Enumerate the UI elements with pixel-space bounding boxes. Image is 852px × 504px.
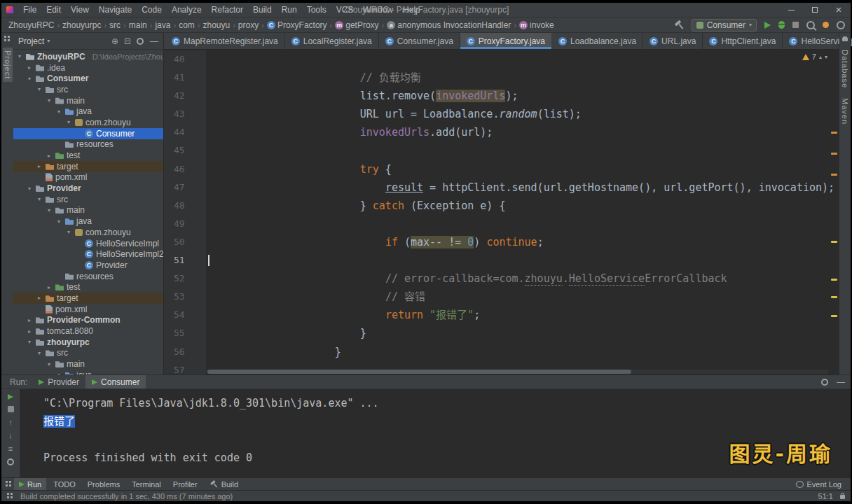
tree-toggle[interactable]: ▾	[46, 361, 53, 368]
breadcrumb-item[interactable]: anonymous InvocationHandler	[385, 20, 512, 30]
tree-item[interactable]: ▾com.zhouyu	[13, 227, 163, 238]
code-line[interactable]: 50 if (max-- != 0) continue;	[164, 233, 839, 251]
tree-item[interactable]: ▾java	[13, 216, 163, 227]
tree-item[interactable]: ▸.idea	[13, 62, 163, 74]
breadcrumb-item[interactable]: java	[153, 20, 172, 30]
menu-code[interactable]: Code	[137, 5, 167, 15]
tree-toggle[interactable]: ▾	[55, 218, 62, 225]
stop-process-button[interactable]	[8, 406, 14, 412]
editor-tab[interactable]: Loadbalance.java	[552, 33, 643, 49]
tree-toggle[interactable]: ▾	[16, 53, 23, 59]
prev-warning-icon[interactable]: ▴	[819, 54, 822, 60]
menu-tools[interactable]: Tools	[302, 5, 331, 15]
tree-toggle[interactable]: ▸	[46, 284, 53, 290]
breadcrumb-item[interactable]: getProxy	[334, 20, 380, 30]
code-line[interactable]: 52 // error-callback=com.zhouyu.HelloSer…	[164, 270, 839, 288]
console-settings-icon[interactable]	[7, 458, 14, 465]
tree-item[interactable]: ▸test	[13, 150, 163, 161]
tool-switcher-icon[interactable]	[6, 481, 12, 487]
tree-toggle[interactable]: ▾	[46, 97, 53, 104]
tool-stripe-project[interactable]: Project	[3, 48, 13, 82]
menu-run[interactable]: Run	[277, 5, 302, 15]
tree-toggle[interactable]: ▾	[36, 350, 43, 356]
minimize-button[interactable]	[779, 3, 803, 17]
tree-toggle[interactable]: ▸	[36, 163, 43, 169]
breadcrumb-item[interactable]: invoke	[518, 20, 556, 30]
locate-file-icon[interactable]: ⊕	[111, 38, 118, 45]
tree-item[interactable]: HelloServiceImpl2	[13, 248, 163, 260]
inspections-widget[interactable]: 7 ▴ ▾	[802, 52, 827, 61]
tree-item[interactable]: pom.xml	[13, 304, 163, 315]
code-line[interactable]: 49	[164, 215, 839, 233]
menu-build[interactable]: Build	[248, 5, 277, 15]
stripe-mark[interactable]	[831, 132, 837, 134]
breadcrumb-item[interactable]: ProxyFactory	[266, 20, 329, 30]
project-panel-title[interactable]: Project	[18, 36, 44, 46]
menu-edit[interactable]: Edit	[41, 5, 66, 15]
breadcrumb-item[interactable]: ZhouyuRPC	[7, 20, 55, 30]
code-editor[interactable]: 4041 // 负载均衡42 list.remove(invokedUrls);…	[164, 50, 839, 374]
code-line[interactable]: 48 } catch (Exception e) {	[164, 197, 839, 215]
breadcrumb-item[interactable]: zhouyurpc	[61, 20, 102, 30]
search-icon[interactable]	[806, 21, 815, 29]
menu-help[interactable]: Help	[398, 5, 425, 15]
debug-button[interactable]	[778, 21, 785, 29]
menu-vcs[interactable]: VCS	[331, 5, 359, 15]
toolwindow-terminal[interactable]: Terminal	[127, 478, 166, 490]
close-button[interactable]: ×	[827, 3, 851, 17]
tree-item[interactable]: ▾Consumer	[13, 73, 163, 84]
stripe-mark[interactable]	[831, 296, 837, 298]
tree-item[interactable]: ▸target	[13, 293, 163, 304]
menu-navigate[interactable]: Navigate	[94, 5, 137, 15]
tree-toggle[interactable]: ▸	[36, 295, 43, 301]
toolwindow-todo[interactable]: TODO	[48, 478, 81, 490]
readonly-lock-icon[interactable]	[840, 495, 845, 499]
tree-item[interactable]: resources	[13, 271, 163, 282]
stripe-mark[interactable]	[831, 241, 837, 243]
menu-window[interactable]: Window	[358, 5, 398, 15]
tree-item[interactable]: ▾main	[13, 95, 163, 106]
tool-switcher-icon[interactable]	[4, 36, 11, 42]
tree-toggle[interactable]: ▾	[65, 119, 72, 125]
breadcrumb-item[interactable]: main	[128, 20, 149, 30]
tree-item[interactable]: ▾main	[13, 358, 163, 370]
tree-item[interactable]: ▸test	[13, 281, 163, 293]
breadcrumb-item[interactable]: zhouyu	[201, 20, 231, 30]
stop-button[interactable]	[792, 22, 799, 28]
tree-item[interactable]: resources	[13, 139, 163, 150]
tree-item[interactable]: ▾zhouyurpc	[13, 337, 163, 348]
notifications-icon[interactable]	[842, 36, 848, 41]
stripe-mark[interactable]	[831, 279, 837, 281]
breadcrumb-item[interactable]: com	[177, 20, 196, 30]
editor-tab[interactable]: LocalRegister.java	[285, 33, 379, 49]
notifications-badge-icon[interactable]	[823, 22, 829, 28]
code-line[interactable]: 43 URL url = Loadbalance.random(list);	[164, 105, 839, 123]
stripe-mark[interactable]	[831, 315, 837, 317]
code-line[interactable]: 55 }	[164, 324, 839, 342]
toolwindow-build[interactable]: Build	[205, 478, 243, 490]
code-line[interactable]: 47 result = httpClient.send(url.getHostn…	[164, 178, 839, 197]
tool-stripe-database[interactable]: Database	[841, 50, 849, 88]
tree-toggle[interactable]: ▾	[26, 339, 33, 345]
tree-item[interactable]: ▾src	[13, 84, 163, 95]
tree-toggle[interactable]: ▾	[65, 229, 72, 235]
tool-stripe-maven[interactable]: Maven	[841, 98, 849, 125]
code-line[interactable]: 45	[164, 141, 839, 160]
editor-tab[interactable]: URL.java	[643, 33, 703, 49]
tree-item[interactable]: ▸tomcat.8080	[13, 326, 163, 337]
run-tab-provider[interactable]: Provider	[32, 375, 85, 388]
build-hammer-icon[interactable]	[675, 20, 684, 29]
tree-item[interactable]: ▾ZhouyuRPCD:\IdeaProjects\Zhouyu	[13, 51, 163, 62]
tree-item[interactable]: ▾src	[13, 348, 163, 359]
stripe-mark[interactable]	[831, 174, 837, 176]
tree-toggle[interactable]: ▾	[46, 207, 53, 214]
run-tab-consumer[interactable]: Consumer	[85, 375, 146, 388]
console-menu-icon[interactable]: ≡	[8, 445, 13, 452]
next-warning-icon[interactable]: ▾	[825, 54, 827, 60]
tree-item[interactable]: pom.xml	[13, 172, 163, 183]
menu-view[interactable]: View	[66, 5, 94, 15]
code-line[interactable]: 46 try {	[164, 160, 839, 178]
editor-tab[interactable]: Consumer.java	[379, 33, 460, 49]
stripe-mark[interactable]	[831, 153, 837, 155]
tree-item[interactable]: ▸Provider-Common	[13, 315, 163, 326]
